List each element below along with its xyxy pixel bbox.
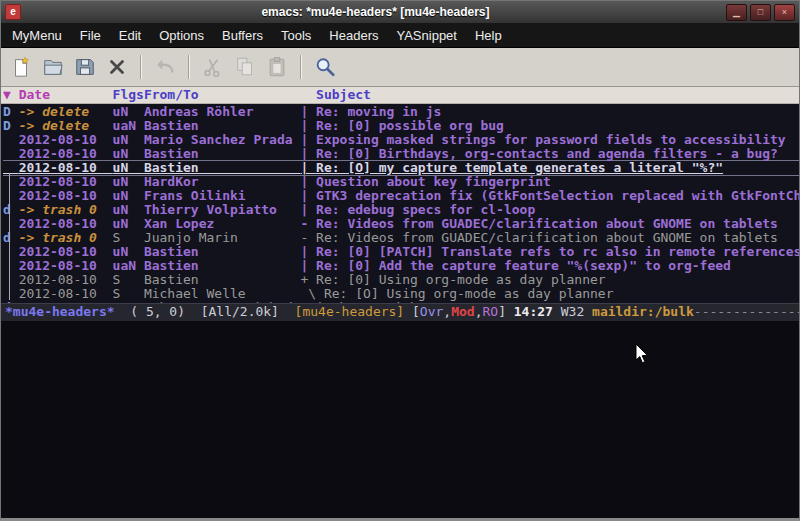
row-subject: Re: [0] [PATCH] Translate refs to rc als… <box>316 244 799 259</box>
row-mark <box>3 286 19 301</box>
row-mark <box>3 272 19 287</box>
row-from: HardKor <box>144 174 301 189</box>
minimize-button[interactable]: ▁ <box>726 4 747 21</box>
row-flags: S <box>113 230 144 245</box>
row-date: 2012-08-10 <box>19 146 113 161</box>
menu-tools[interactable]: Tools <box>272 25 320 46</box>
message-row[interactable]: 2012-08-10 uaN Bastien | Re: [0] Add the… <box>3 259 799 273</box>
mode-line: *mu4e-headers* ( 5, 0) [All/2.0k] [mu4e-… <box>1 303 799 321</box>
message-row[interactable]: 2012-08-10 uN Mario Sanchez Prada | Expo… <box>3 133 799 147</box>
message-row[interactable]: d -> trash 0 S Juanjo Marin - Re: Videos… <box>3 231 799 245</box>
message-row[interactable]: 2012-08-10 S Bastien + Re: [0] Using org… <box>3 273 799 287</box>
row-date: 2012-08-10 <box>19 244 113 259</box>
modeline-seg-mod: Mod <box>451 304 474 319</box>
row-mark: d <box>3 300 19 303</box>
row-subject: Re: moving in js <box>316 104 441 119</box>
row-flags: uaN <box>113 118 144 133</box>
row-date: -> trash 0 <box>19 230 113 245</box>
row-thread-sep: \ <box>300 286 323 301</box>
modeline-seg-plain: ] <box>498 304 514 319</box>
row-thread-sep: | <box>300 188 316 203</box>
menu-buffers[interactable]: Buffers <box>213 25 272 46</box>
new-file-button[interactable] <box>6 52 36 82</box>
save-button[interactable] <box>70 52 100 82</box>
open-file-button[interactable] <box>38 52 68 82</box>
message-row[interactable]: 2012-08-10 uN Frans Oilinki | GTK3 depre… <box>3 189 799 203</box>
row-subject: Re: [0] possible org bug <box>316 118 504 133</box>
row-mark: d <box>3 202 19 217</box>
scrollbar-line[interactable] <box>9 173 10 300</box>
search-button[interactable] <box>310 52 340 82</box>
menu-file[interactable]: File <box>71 25 110 46</box>
row-date: 2012-08-10 <box>19 272 113 287</box>
row-flags: S <box>113 300 144 303</box>
row-date: -> trash 0 <box>19 202 113 217</box>
menu-options[interactable]: Options <box>150 25 213 46</box>
menu-help[interactable]: Help <box>466 25 511 46</box>
message-row[interactable]: 2012-08-10 uN Xan Lopez - Re: Videos fro… <box>3 217 799 231</box>
row-subject: GTK3 deprecation fix (GtkFontSelection r… <box>316 188 799 203</box>
maximize-button[interactable]: □ <box>750 4 771 21</box>
message-row[interactable]: D -> delete uaN Bastien | Re: [0] possib… <box>3 119 799 133</box>
header-col-flgs[interactable]: Flgs <box>113 87 144 102</box>
row-date: 2012-08-10 <box>19 188 113 203</box>
row-from: Thierry Volpiatto <box>144 202 301 217</box>
row-date: 2012-08-10 <box>19 258 113 273</box>
echo-area-minibuffer[interactable] <box>1 321 799 519</box>
row-from: Michael Welle <box>144 286 301 301</box>
copy-button[interactable] <box>230 52 260 82</box>
row-thread-sep: + <box>300 272 316 287</box>
message-row[interactable]: d -> trash 0 S webmaster@straightd...| T… <box>3 301 799 303</box>
row-mark: D <box>3 118 19 133</box>
menu-yasnippet[interactable]: YASnippet <box>387 25 465 46</box>
message-row[interactable]: 2012-08-10 uN Bastien | Re: [0] [PATCH] … <box>3 245 799 259</box>
cut-button[interactable] <box>198 52 228 82</box>
row-subject: Re: [0] Add the capture feature "%(sexp)… <box>316 258 731 273</box>
paste-button[interactable] <box>262 52 292 82</box>
row-thread-sep: | <box>300 160 316 175</box>
row-from: Juanjo Marin <box>144 230 301 245</box>
row-from: Bastien <box>144 258 301 273</box>
row-subject: Re: [0] Using org-mode as day planner <box>316 272 606 287</box>
buffer-area: D -> delete uN Andreas Röhler | Re: movi… <box>1 104 799 303</box>
modeline-seg-plain: W32 <box>553 304 592 319</box>
row-date: -> trash 0 <box>19 300 113 303</box>
row-thread-sep: | <box>300 244 316 259</box>
header-col-date[interactable]: ▼ Date <box>3 87 113 102</box>
header-col-subject[interactable]: Subject <box>300 87 370 102</box>
message-row[interactable]: d -> trash 0 uN Thierry Volpiatto | Re: … <box>3 203 799 217</box>
menu-edit[interactable]: Edit <box>110 25 150 46</box>
window-buttons: ▁□× <box>726 4 795 21</box>
row-subject: Question about key fingerprint <box>316 174 551 189</box>
save-icon <box>74 56 96 78</box>
row-from: Frans Oilinki <box>144 188 301 203</box>
message-row[interactable]: 2012-08-10 uN Bastien | Re: [O] my captu… <box>3 161 799 175</box>
open-file-icon <box>42 56 64 78</box>
row-flags: S <box>113 272 144 287</box>
row-from: Bastien <box>144 272 301 287</box>
row-thread-sep: | <box>300 104 316 119</box>
close-button[interactable]: × <box>774 4 795 21</box>
menu-headers[interactable]: Headers <box>320 25 387 46</box>
row-flags: uN <box>113 174 144 189</box>
header-col-fromto[interactable]: From/To <box>144 87 301 102</box>
row-thread-sep: | <box>300 202 316 217</box>
message-row[interactable]: 2012-08-10 uN HardKor | Question about k… <box>3 175 799 189</box>
row-flags: uN <box>113 188 144 203</box>
row-thread-sep: | <box>300 118 316 133</box>
close-icon <box>106 56 128 78</box>
toolbar <box>1 48 799 87</box>
message-row[interactable]: D -> delete uN Andreas Röhler | Re: movi… <box>3 105 799 119</box>
row-subject: Re: Videos from GUADEC/clarification abo… <box>316 216 778 231</box>
toolbar-separator <box>140 55 142 79</box>
row-flags: uN <box>113 132 144 147</box>
menu-mymenu[interactable]: MyMenu <box>3 25 71 46</box>
row-subject: Re: edebug specs for cl-loop <box>316 202 535 217</box>
message-row[interactable]: 2012-08-10 uN Bastien | Re: [0] Birthday… <box>3 147 799 161</box>
close-button[interactable] <box>102 52 132 82</box>
title-bar[interactable]: e emacs: *mu4e-headers* [mu4e-headers] ▁… <box>1 1 799 23</box>
window-title: emacs: *mu4e-headers* [mu4e-headers] <box>25 5 726 19</box>
undo-button[interactable] <box>150 52 180 82</box>
row-subject: Exposing masked strings for password fie… <box>316 132 786 147</box>
message-row[interactable]: 2012-08-10 S Michael Welle \ Re: [O] Usi… <box>3 287 799 301</box>
